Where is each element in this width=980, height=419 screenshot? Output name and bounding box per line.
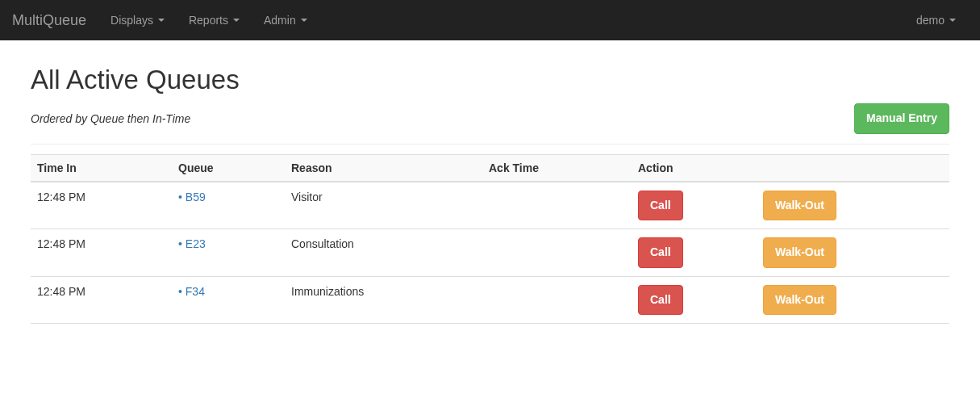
cell-queue: • F34 <box>172 276 285 324</box>
cell-queue: • B59 <box>172 182 285 229</box>
cell-queue: • E23 <box>172 229 285 277</box>
walk-out-button[interactable]: Walk-Out <box>763 285 836 316</box>
caret-icon <box>233 19 240 22</box>
call-button[interactable]: Call <box>638 191 683 221</box>
table-row: 12:48 PM• B59VisitorCallWalk-Out <box>31 182 949 229</box>
cell-action-walkout: Walk-Out <box>757 276 949 324</box>
caret-icon <box>158 19 165 22</box>
nav-displays[interactable]: Displays <box>98 2 177 39</box>
bullet-icon: • <box>178 237 186 250</box>
nav-reports-label: Reports <box>189 14 228 27</box>
th-action: Action <box>632 154 757 182</box>
cell-ack-time <box>482 276 632 324</box>
brand-link[interactable]: MultiQueue <box>12 12 98 29</box>
call-button[interactable]: Call <box>638 237 683 268</box>
queue-table: Time In Queue Reason Ack Time Action 12:… <box>31 154 949 325</box>
cell-reason: Immunizations <box>285 276 482 324</box>
bullet-icon: • <box>178 191 186 203</box>
cell-action-walkout: Walk-Out <box>757 229 949 277</box>
cell-time-in: 12:48 PM <box>31 182 172 229</box>
caret-icon <box>949 19 956 22</box>
th-reason: Reason <box>285 154 482 182</box>
cell-ack-time <box>482 182 632 229</box>
th-action2 <box>757 154 949 182</box>
cell-time-in: 12:48 PM <box>31 276 172 324</box>
divider <box>31 144 949 145</box>
nav-displays-label: Displays <box>111 14 153 27</box>
queue-link[interactable]: B59 <box>186 191 206 203</box>
nav-admin[interactable]: Admin <box>252 2 319 39</box>
queue-link[interactable]: E23 <box>186 237 206 250</box>
navbar-left: MultiQueue Displays Reports Admin <box>12 2 319 39</box>
bullet-icon: • <box>178 285 186 298</box>
page-title: All Active Queues <box>31 65 949 95</box>
caret-icon <box>301 19 307 22</box>
page-subtitle: Ordered by Queue then In-Time <box>31 112 190 125</box>
navbar: MultiQueue Displays Reports Admin demo <box>0 0 980 40</box>
call-button[interactable]: Call <box>638 285 683 316</box>
cell-time-in: 12:48 PM <box>31 229 172 277</box>
navbar-right: demo <box>904 2 968 39</box>
main-container: All Active Queues Ordered by Queue then … <box>0 40 980 340</box>
cell-action-call: Call <box>632 276 757 324</box>
subtitle-row: Ordered by Queue then In-Time Manual Ent… <box>31 103 949 134</box>
cell-reason: Visitor <box>285 182 482 229</box>
table-header-row: Time In Queue Reason Ack Time Action <box>31 154 949 182</box>
manual-entry-button[interactable]: Manual Entry <box>854 103 949 134</box>
cell-reason: Consultation <box>285 229 482 277</box>
walk-out-button[interactable]: Walk-Out <box>763 237 836 268</box>
nav-user-label: demo <box>916 14 945 27</box>
table-row: 12:48 PM• F34ImmunizationsCallWalk-Out <box>31 276 949 324</box>
nav-user-menu[interactable]: demo <box>904 2 968 39</box>
nav-admin-label: Admin <box>264 14 296 27</box>
nav-reports[interactable]: Reports <box>177 2 252 39</box>
th-time-in: Time In <box>31 154 172 182</box>
table-row: 12:48 PM• E23ConsultationCallWalk-Out <box>31 229 949 277</box>
cell-action-call: Call <box>632 182 757 229</box>
th-queue: Queue <box>172 154 285 182</box>
cell-action-walkout: Walk-Out <box>757 182 949 229</box>
th-ack-time: Ack Time <box>482 154 632 182</box>
cell-ack-time <box>482 229 632 277</box>
queue-link[interactable]: F34 <box>186 285 205 298</box>
walk-out-button[interactable]: Walk-Out <box>763 191 836 221</box>
cell-action-call: Call <box>632 229 757 277</box>
